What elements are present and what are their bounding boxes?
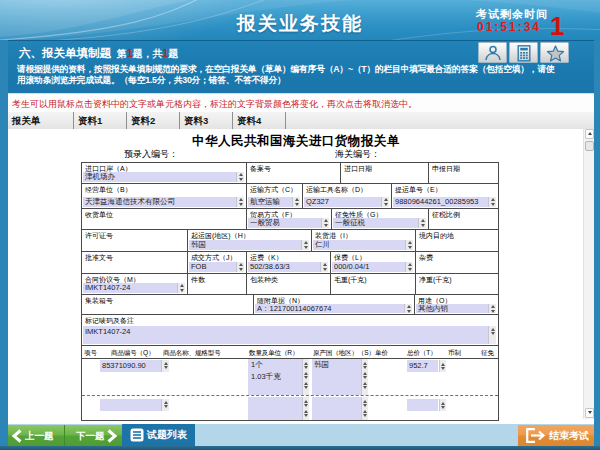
spinner-control[interactable]: [177, 283, 185, 294]
question-progress: 第1题，共1题: [117, 48, 178, 59]
input-goods2-code[interactable]: [100, 399, 169, 411]
input-marks-remarks[interactable]: IMKT1407-24: [83, 326, 496, 344]
spinner-control[interactable]: [321, 218, 329, 229]
calculator-button[interactable]: [509, 42, 538, 63]
goods-col-origin: 原产国（地区）（S）: [313, 349, 375, 358]
input-trade-mode[interactable]: 一般贸易: [248, 218, 329, 229]
field-record-no: 备案号: [246, 163, 340, 183]
input-bill-no[interactable]: 98809644261_00285953: [393, 197, 496, 208]
spinner-control[interactable]: [488, 197, 496, 208]
field-attached-documents: 随附单据（N） A：121700114067674: [253, 295, 414, 314]
spinner-control[interactable]: [236, 262, 244, 273]
goods-col-unit-price: 单价: [375, 349, 388, 358]
goods-col-currency: 币制: [448, 349, 461, 358]
hint-text: 考生可以用鼠标点击资料中的文字或单元格内容，标注的文字背景颜色将变化，再次点击将…: [12, 98, 417, 111]
spinner-control[interactable]: [381, 197, 389, 208]
spinner-control[interactable]: [292, 197, 300, 208]
scrollbar-up-button[interactable]: [585, 129, 594, 139]
goods-col-name-spec: 商品名称、规格型号: [163, 349, 221, 358]
user-icon: [484, 45, 502, 61]
pre-entry-no-label: 预录入编号：: [124, 148, 178, 161]
input-import-port[interactable]: 津机场办: [83, 172, 244, 183]
spinner-strip[interactable]: [302, 359, 309, 395]
input-contract-no[interactable]: IMKT1407-24: [83, 283, 185, 294]
prev-question-button[interactable]: 上一题: [8, 425, 64, 446]
spinner-control[interactable]: [236, 172, 244, 183]
input-transport-mode[interactable]: 航空运输: [248, 197, 300, 208]
field-marks-remarks: 标记唛码及备注 IMKT1407-24: [82, 315, 498, 345]
input-attached-documents[interactable]: A：121700114067674: [255, 304, 412, 314]
input-loading-port[interactable]: 仁川: [313, 240, 413, 251]
chevron-left-icon: [11, 429, 23, 443]
next-question-button[interactable]: 下一题: [65, 425, 122, 446]
field-insurance: 保费（L） 000/0.04/1: [330, 252, 415, 273]
input-exemption-nature[interactable]: 一般征税: [333, 218, 426, 229]
spinner-strip[interactable]: [302, 397, 309, 420]
tab-declaration-form[interactable]: 报关单: [8, 112, 74, 129]
spinner-control[interactable]: [439, 399, 446, 411]
question-list-icon: [130, 428, 144, 442]
tab-material-4[interactable]: 资料4: [233, 112, 286, 129]
field-transport-mode: 运输方式（C） 航空运输: [246, 184, 302, 208]
material-tabs: 报关单 资料1 资料2 资料3 资料4: [8, 112, 594, 129]
spinner-control[interactable]: [488, 326, 496, 344]
spinner-control[interactable]: [161, 399, 169, 411]
input-goods2-qty-unit[interactable]: [248, 397, 302, 420]
user-info-button[interactable]: [478, 42, 507, 63]
spinner-control[interactable]: [488, 304, 496, 314]
table-row: 批准文号 成交方式（J） FOB 运费（K） 502/38.63/3 保费（L）…: [82, 252, 498, 274]
timer-value: 01:51:34: [477, 20, 541, 34]
spinner-control[interactable]: [161, 360, 169, 372]
question-section-band: 六、报关单填制题第1题，共1题 请根据提供的资料，按照报关单填制规范的要求，在空…: [8, 40, 594, 93]
input-goods2-total[interactable]: [407, 399, 438, 411]
exam-window: 报关业务技能 考试剩余时间 01:51:34 1 六、报关单填制题第1题，共1题…: [0, 0, 600, 450]
table-row: 标记唛码及备注 IMKT1407-24: [82, 315, 498, 346]
tab-material-1[interactable]: 资料1: [74, 112, 127, 129]
spinner-control[interactable]: [301, 240, 309, 251]
spinner-control[interactable]: [236, 197, 244, 208]
arrow-up-icon: [588, 132, 592, 135]
section-heading: 六、报关单填制题第1题，共1题: [19, 46, 178, 61]
field-package-count: 件数: [187, 274, 246, 294]
goods-data-area: 85371090.90 1个 1.03千克 韩国 952.7: [82, 359, 498, 420]
spinner-control[interactable]: [320, 262, 328, 273]
spinner-strip[interactable]: [361, 397, 368, 420]
scrollbar-thumb[interactable]: [585, 141, 594, 151]
goods-col-qty-unit: 数量及单位（R）: [249, 349, 298, 358]
input-transaction-mode[interactable]: FOB: [189, 262, 244, 273]
prev-question-label: 上一题: [25, 425, 54, 446]
form-scrollbar[interactable]: [583, 129, 594, 419]
input-goods1-qty-unit[interactable]: 1个 1.03千克: [248, 359, 302, 395]
next-question-label: 下一题: [76, 425, 105, 446]
input-goods2-origin[interactable]: [312, 397, 361, 420]
table-row: 经营单位（B） 天津益海通信技术有限公司 运输方式（C） 航空运输 运输工具名称…: [82, 184, 498, 209]
favorite-button[interactable]: [540, 42, 569, 63]
input-goods1-origin[interactable]: 韩国: [312, 359, 361, 395]
end-exam-button[interactable]: 结束考试: [518, 425, 594, 446]
table-row: 合同协议号（M） IMKT1407-24 件数 包装种类 毛重(千克) 净重(千…: [82, 274, 498, 295]
spinner-control[interactable]: [439, 360, 446, 372]
spinner-control[interactable]: [404, 304, 412, 314]
field-gross-weight: 毛重(千克): [330, 274, 415, 294]
input-goods1-code[interactable]: 85371090.90: [100, 360, 169, 372]
field-approval-no: 批准文号: [82, 252, 187, 273]
input-departure-country[interactable]: 韩国: [189, 240, 309, 251]
tab-material-2[interactable]: 资料2: [127, 112, 180, 129]
tab-material-3[interactable]: 资料3: [180, 112, 233, 129]
input-operator[interactable]: 天津益海通信技术有限公司: [83, 197, 244, 208]
scrollbar-down-button[interactable]: [585, 408, 594, 418]
spinner-strip[interactable]: [361, 359, 368, 395]
input-usage[interactable]: 其他内销: [416, 304, 496, 314]
spinner-control[interactable]: [418, 218, 426, 229]
field-consignee: 收货单位: [82, 209, 246, 229]
field-container-no: 集装箱号: [82, 295, 253, 314]
field-transaction-mode: 成交方式（J） FOB: [187, 252, 246, 273]
question-list-button[interactable]: 试题列表: [122, 424, 195, 446]
field-contract-no: 合同协议号（M） IMKT1407-24: [82, 274, 187, 294]
input-transport-name[interactable]: QZ327: [304, 197, 389, 208]
input-insurance[interactable]: 000/0.04/1: [332, 262, 413, 273]
input-freight[interactable]: 502/38.63/3: [248, 262, 328, 273]
spinner-control[interactable]: [405, 240, 413, 251]
input-goods1-total[interactable]: 952.7: [407, 360, 438, 372]
spinner-control[interactable]: [405, 262, 413, 273]
